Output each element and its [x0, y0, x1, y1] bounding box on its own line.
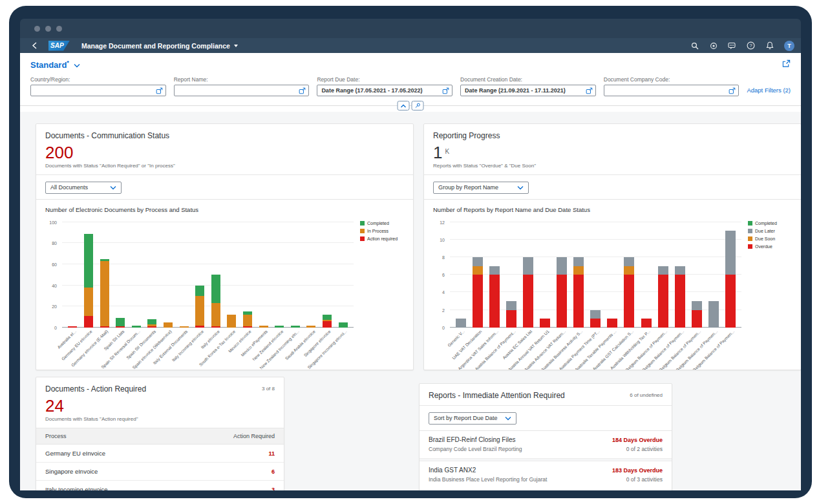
window-control-dot[interactable] — [45, 26, 51, 32]
bar-segment[interactable] — [523, 257, 533, 275]
bar-segment[interactable] — [211, 303, 220, 326]
bar-column[interactable]: Austria Balance of Payment... — [506, 222, 516, 328]
bar-segment[interactable] — [195, 286, 204, 296]
bar-segment[interactable] — [658, 275, 668, 328]
bar-column[interactable]: Austria EC Sales List — [523, 222, 533, 328]
bar-segment[interactable] — [607, 319, 617, 328]
bar-column[interactable]: Spain SII Lists — [116, 222, 125, 328]
bar-column[interactable]: Belgium Balance of Paymen... — [692, 222, 702, 328]
bar-segment[interactable] — [557, 257, 567, 275]
bar-segment[interactable] — [100, 261, 109, 326]
bar-segment[interactable] — [708, 301, 719, 328]
bar-segment[interactable] — [473, 257, 483, 266]
card-documents-communication-status[interactable]: Documents - Communication Status 200 Doc… — [36, 123, 414, 370]
bar-segment[interactable] — [116, 318, 125, 326]
bar-column[interactable]: Italy External Documents — [180, 222, 189, 328]
adapt-filters-link[interactable]: Adapt Filters (2) — [747, 87, 791, 96]
bar-segment[interactable] — [323, 321, 332, 328]
bar-segment[interactable] — [725, 231, 736, 275]
bar-column[interactable]: Belgium Balance of Paymen... — [708, 222, 719, 328]
bar-column[interactable]: UAE VAT Declaration — [473, 222, 483, 328]
bar-segment[interactable] — [243, 315, 252, 326]
bar-column[interactable]: Generic V... — [456, 222, 466, 328]
bar-column[interactable]: Australia Withholding Tax P... — [641, 222, 652, 328]
bar-column[interactable]: Singapore eInvoice — [323, 222, 332, 328]
group-by-select[interactable]: Group by Report Name — [433, 182, 529, 194]
bar-segment[interactable] — [590, 319, 601, 328]
bar-column[interactable]: Argentina VAT Sales Inform... — [489, 222, 500, 328]
card-reporting-progress[interactable]: Reporting Progress 1K Reports with Statu… — [423, 123, 801, 370]
bar-segment[interactable] — [573, 257, 584, 266]
bar-column[interactable]: Spain eInvoice (Webservice) — [164, 222, 173, 328]
bar-column[interactable]: Germany EU eInvoice — [84, 222, 93, 328]
bar-segment[interactable] — [84, 288, 93, 316]
variant-chevron-down-icon[interactable] — [74, 59, 80, 70]
bar-column[interactable]: Mexico eInvoice — [243, 222, 252, 328]
bar-column[interactable]: New Zealand eInvoice — [275, 222, 284, 328]
sort-by-select[interactable]: Sort by Report Due Date — [429, 412, 516, 425]
bar-column[interactable]: Australia Taxable Payments ... — [607, 222, 617, 328]
bar-column[interactable]: Saudi Arabia eInvoice — [306, 222, 315, 328]
bar-segment[interactable] — [573, 266, 584, 275]
bar-column[interactable]: Spain SII Documents — [147, 222, 156, 328]
bar-segment[interactable] — [675, 275, 685, 328]
bar-column[interactable]: Singapore Incoming eInvoi... — [339, 222, 348, 328]
bar-column[interactable]: South Korea e-Tax Invoice — [227, 222, 236, 328]
bar-column[interactable]: Austria Advance VAT Return... — [557, 222, 567, 328]
bar-segment[interactable] — [84, 316, 93, 328]
filter-input-report-name[interactable] — [174, 85, 310, 96]
bar-column[interactable]: Belgium Balance of Paymen... — [675, 222, 685, 328]
bar-segment[interactable] — [658, 266, 668, 275]
bar-segment[interactable] — [456, 319, 466, 328]
bar-segment[interactable] — [675, 266, 685, 275]
bar-column[interactable]: Spain SII Reversal Docum... — [132, 222, 141, 328]
user-avatar[interactable]: T — [784, 41, 794, 51]
bar-segment[interactable] — [641, 319, 652, 328]
bar-segment[interactable] — [489, 275, 500, 328]
bar-segment[interactable] — [506, 301, 516, 310]
app-title-caret-icon[interactable] — [234, 45, 238, 47]
bar-column[interactable]: Australia Business Activity S... — [573, 222, 584, 328]
bar-segment[interactable] — [692, 301, 702, 310]
feedback-icon[interactable] — [728, 41, 736, 50]
bar-segment[interactable] — [164, 322, 173, 328]
bar-segment[interactable] — [624, 257, 634, 266]
bar-column[interactable]: Australia eI... — [68, 222, 77, 328]
collapse-header-button[interactable] — [398, 101, 410, 110]
bar-segment[interactable] — [84, 234, 93, 288]
bar-column[interactable]: Mexico ePayments — [259, 222, 268, 328]
bar-segment[interactable] — [573, 275, 584, 328]
table-row[interactable]: Singapore eInvoice 6 — [36, 463, 284, 481]
search-icon[interactable] — [690, 41, 699, 50]
variant-title[interactable]: Standard* — [30, 59, 69, 70]
bar-column[interactable]: Austria Annual VAT Return U1 — [540, 222, 550, 328]
sap-logo[interactable]: SAP — [48, 41, 70, 51]
card-documents-action-required[interactable]: Documents - Action Required 3 of 8 24 Do… — [36, 377, 284, 490]
help-icon[interactable]: ? — [747, 41, 755, 50]
table-row[interactable]: Germany EU eInvoice 11 — [36, 445, 284, 463]
bar-column[interactable]: Germany eInvoice (E-Mail) — [100, 222, 109, 328]
bar-segment[interactable] — [590, 310, 601, 319]
bar-segment[interactable] — [227, 315, 236, 328]
filter-input-document-creation-date[interactable]: Date Range (21.09.2021 - 17.11.2021) — [460, 85, 596, 96]
card-reports-immediate-attention[interactable]: Reports - Immediate Attention Required 6… — [419, 383, 672, 490]
bar-segment[interactable] — [506, 310, 516, 328]
documents-filter-select[interactable]: All Documents — [45, 182, 122, 194]
bar-segment[interactable] — [339, 322, 348, 328]
bar-segment[interactable] — [147, 319, 156, 324]
window-control-dot[interactable] — [56, 26, 62, 32]
app-title[interactable]: Manage Document and Reporting Compliance — [81, 42, 230, 50]
notifications-bell-icon[interactable] — [765, 41, 774, 50]
bar-column[interactable]: Australia GST Calculation S... — [624, 222, 634, 328]
share-icon[interactable] — [782, 59, 791, 70]
bar-segment[interactable] — [725, 275, 736, 328]
bar-segment[interactable] — [624, 266, 634, 275]
bar-column[interactable]: New Zealand Incoming eIn... — [291, 222, 300, 328]
bar-column[interactable]: Belgium Balance of Paymen... — [725, 222, 736, 328]
bar-segment[interactable] — [540, 319, 550, 328]
pin-header-button[interactable] — [412, 101, 424, 110]
bar-segment[interactable] — [195, 296, 204, 326]
bar-segment[interactable] — [473, 275, 483, 328]
back-button[interactable] — [29, 41, 39, 51]
window-control-dot[interactable] — [34, 26, 40, 32]
